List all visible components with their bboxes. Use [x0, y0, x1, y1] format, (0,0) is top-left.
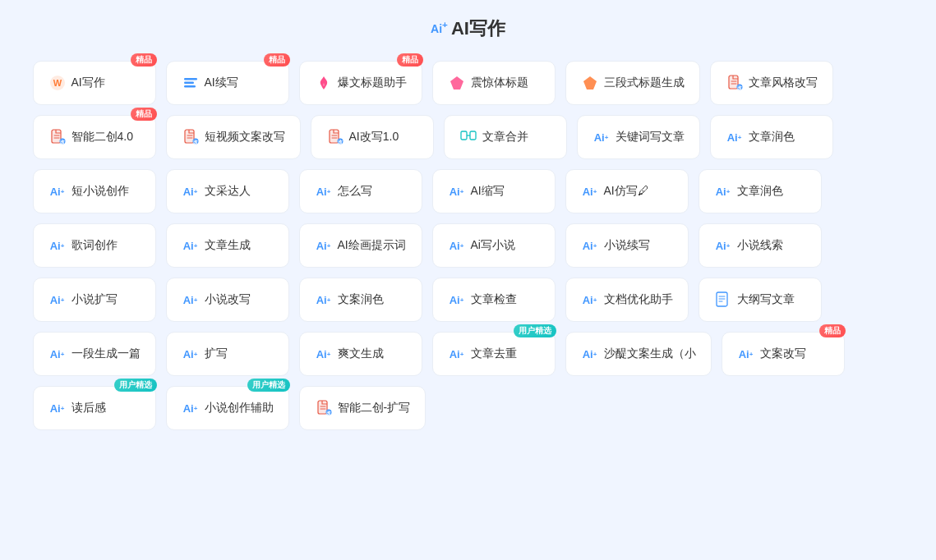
ai-plus-icon: Ai+: [48, 236, 67, 255]
card-ai-draw-prompt[interactable]: Ai+ AI绘画提示词: [299, 223, 422, 268]
title-ai-logo: Ai+: [431, 19, 448, 35]
card-short-video[interactable]: 改 短视频文案改写: [166, 115, 301, 159]
ai-plus-icon: Ai+: [448, 291, 466, 309]
ai-plus-icon: Ai+: [581, 291, 599, 309]
card-label: 文章生成: [205, 238, 251, 253]
row-5: Ai+ 一段生成一篇 Ai+ 扩写 Ai+ 爽文生成 用户精选 Ai+ 文章去重…: [33, 332, 904, 376]
ai-plus-icon: Ai+: [448, 236, 466, 255]
ai-plus-icon: Ai+: [182, 345, 200, 363]
card-label: 小说创作辅助: [205, 401, 274, 415]
svg-text:改: 改: [338, 139, 344, 145]
card-shock-title[interactable]: 震惊体标题: [432, 61, 556, 105]
badge: 用户精选: [514, 324, 556, 337]
card-article-polish2[interactable]: Ai+ 文章润色: [699, 169, 822, 213]
card-label: AI改写1.0: [349, 130, 399, 145]
ai-plus-icon: Ai+: [592, 128, 611, 146]
card-label: AI写作: [71, 76, 105, 90]
card-novel-continue[interactable]: Ai+ 小说续写: [565, 223, 689, 268]
svg-marker-5: [450, 76, 463, 90]
card-label: 扩写: [205, 347, 228, 361]
lines-icon: [182, 74, 200, 92]
card-ai-continue[interactable]: 精品 AI续写: [166, 61, 289, 105]
card-copy-polish[interactable]: Ai+ 文案润色: [299, 278, 422, 322]
card-label: 小说扩写: [71, 292, 118, 307]
row-1: 精品 改 智能二创4.0 改 短视频文案改写 改 AI改写1.0 文章合并 Ai…: [33, 115, 904, 159]
svg-text:改: 改: [193, 139, 199, 145]
card-label: 文档优化助手: [604, 292, 673, 307]
card-novel-assist[interactable]: 用户精选 Ai+ 小说创作辅助: [166, 386, 289, 430]
svg-rect-31: [461, 131, 467, 140]
card-short-novel[interactable]: Ai+ 短小说创作: [33, 169, 156, 213]
card-article-gen[interactable]: Ai+ 文章生成: [166, 223, 289, 268]
row-2: Ai+ 短小说创作 Ai+ 文采达人 Ai+ 怎么写 Ai+ AI缩写 Ai+ …: [33, 169, 904, 213]
card-smart-dual-expand[interactable]: 改 智能二创-扩写: [299, 386, 427, 430]
ai-plus-icon: Ai+: [48, 291, 67, 309]
card-novel-rewrite[interactable]: Ai+ 小说改写: [166, 278, 289, 322]
card-expand-write[interactable]: Ai+ 扩写: [166, 332, 289, 376]
card-article-merge[interactable]: 文章合并: [444, 115, 567, 159]
card-outline-write[interactable]: 大纲写文章: [699, 278, 822, 322]
badge: 精品: [819, 324, 846, 337]
svg-text:改: 改: [60, 139, 66, 145]
card-ai-writing[interactable]: 精品 W AI写作: [33, 61, 156, 105]
svg-rect-32: [470, 131, 476, 140]
card-doc-optimize[interactable]: Ai+ 文档优化助手: [565, 278, 689, 322]
card-smart-dual[interactable]: 精品 改 智能二创4.0: [33, 115, 156, 159]
card-novel-clue[interactable]: Ai+ 小说线索: [699, 223, 822, 268]
ai-plus-icon: Ai+: [581, 236, 599, 255]
card-ai-shrink[interactable]: Ai+ AI缩写: [432, 169, 556, 213]
row-4: Ai+ 小说扩写 Ai+ 小说改写 Ai+ 文案润色 Ai+ 文章检查 Ai+ …: [33, 278, 904, 322]
card-copy-rewrite[interactable]: 精品 Ai+ 文案改写: [722, 332, 845, 376]
ai-plus-icon: Ai+: [182, 236, 200, 255]
card-read-feeling[interactable]: 用户精选 Ai+ 读后感: [33, 386, 156, 430]
flame-icon: [315, 74, 333, 92]
ai-plus-icon: Ai+: [726, 128, 744, 146]
card-label: 文章润色: [749, 130, 795, 145]
ai-plus-icon: Ai+: [448, 345, 466, 363]
card-sha-copy-gen[interactable]: Ai+ 沙醍文案生成（小: [565, 332, 712, 376]
svg-text:改: 改: [326, 410, 332, 415]
row-6: 用户精选 Ai+ 读后感 用户精选 Ai+ 小说创作辅助 改 智能二创-扩写: [33, 386, 904, 430]
badge: 精品: [131, 53, 157, 67]
card-article-check[interactable]: Ai+ 文章检查: [432, 278, 556, 322]
card-ai-imitate[interactable]: Ai+ AI仿写🖊: [565, 169, 689, 213]
card-label: AI续写: [205, 76, 238, 90]
card-label: AI绘画提示词: [338, 238, 406, 253]
card-three-para-title[interactable]: 三段式标题生成: [565, 61, 700, 105]
card-keyword-write[interactable]: Ai+ 关键词写文章: [577, 115, 700, 159]
card-label: 小说线索: [737, 238, 783, 253]
card-style-rewrite[interactable]: 改 文章风格改写: [710, 61, 833, 105]
ai-plus-icon: Ai+: [714, 236, 732, 255]
merge-icon: [459, 128, 477, 146]
card-label: 文案润色: [338, 292, 384, 307]
card-novel-expand[interactable]: Ai+ 小说扩写: [33, 278, 156, 322]
card-writing-talent[interactable]: Ai+ 文采达人: [166, 169, 289, 213]
outline-doc-icon: [714, 291, 732, 309]
card-hot-title[interactable]: 精品 爆文标题助手: [299, 61, 422, 105]
card-label: 智能二创-扩写: [338, 401, 411, 415]
card-one-para-gen[interactable]: Ai+ 一段生成一篇: [33, 332, 156, 376]
ai-plus-icon: Ai+: [315, 236, 333, 255]
doc-icon: 改: [182, 128, 200, 146]
doc-icon: 改: [315, 399, 333, 417]
diamond-icon: [448, 74, 466, 92]
card-ai-rewrite[interactable]: 改 AI改写1.0: [311, 115, 434, 159]
card-label: 文章风格改写: [749, 76, 818, 90]
card-label: 关键词写文章: [616, 130, 685, 145]
card-label: 爆文标题助手: [338, 76, 407, 90]
badge: 精品: [264, 53, 290, 67]
badge: 精品: [131, 108, 157, 121]
card-lyric-create[interactable]: Ai+ 歌词创作: [33, 223, 156, 268]
card-how-to-write[interactable]: Ai+ 怎么写: [299, 169, 422, 213]
card-article-dedup[interactable]: 用户精选 Ai+ 文章去重: [432, 332, 556, 376]
ai-plus-icon: Ai+: [714, 182, 732, 200]
svg-text:W: W: [53, 78, 62, 88]
card-article-polish1[interactable]: Ai+ 文章润色: [710, 115, 833, 159]
card-label: 三段式标题生成: [604, 76, 685, 90]
card-cool-gen[interactable]: Ai+ 爽文生成: [299, 332, 422, 376]
card-ai-write-novel[interactable]: Ai+ Ai写小说: [432, 223, 556, 268]
svg-rect-2: [184, 78, 197, 80]
card-label: Ai写小说: [471, 238, 515, 253]
svg-text:改: 改: [737, 85, 743, 90]
row-3: Ai+ 歌词创作 Ai+ 文章生成 Ai+ AI绘画提示词 Ai+ Ai写小说 …: [33, 223, 904, 268]
